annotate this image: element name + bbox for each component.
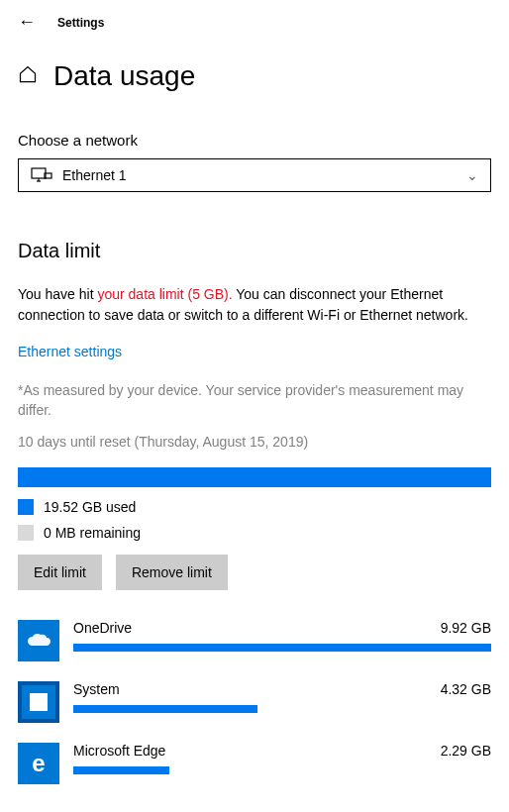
app-row-system: System 4.32 GB — [18, 681, 491, 723]
app-size: 4.32 GB — [441, 681, 491, 697]
ethernet-settings-link[interactable]: Ethernet settings — [18, 344, 122, 359]
legend-remaining: 0 MB remaining — [18, 525, 491, 541]
home-icon[interactable] — [18, 64, 38, 89]
legend-used-text: 19.52 GB used — [44, 499, 136, 515]
app-size: 2.29 GB — [441, 743, 491, 759]
network-dropdown[interactable]: Ethernet 1 ⌄ — [18, 158, 491, 192]
reset-text: 10 days until reset (Thursday, August 15… — [18, 434, 491, 450]
onedrive-icon — [18, 620, 59, 661]
title-row: Data usage — [18, 60, 491, 92]
legend-remaining-swatch — [18, 525, 34, 541]
app-row-onedrive: OneDrive 9.92 GB — [18, 620, 491, 661]
svg-rect-0 — [32, 168, 46, 178]
measured-note: *As measured by your device. Your servic… — [18, 381, 491, 420]
app-name: Microsoft Edge — [73, 743, 165, 759]
app-row-edge: e Microsoft Edge 2.29 GB — [18, 743, 491, 784]
choose-network-label: Choose a network — [18, 132, 491, 149]
app-usage-bar — [73, 644, 491, 652]
chevron-down-icon: ⌄ — [466, 167, 478, 183]
page-title: Data usage — [53, 60, 195, 92]
back-icon[interactable]: ← — [18, 12, 36, 33]
top-bar: ← Settings — [18, 12, 491, 33]
data-limit-heading: Data limit — [18, 240, 491, 262]
warn-limit: your data limit (5 GB). — [97, 286, 232, 302]
limit-buttons: Edit limit Remove limit — [18, 555, 491, 590]
remove-limit-button[interactable]: Remove limit — [116, 555, 228, 590]
settings-label: Settings — [57, 16, 104, 30]
warn-prefix: You have hit — [18, 286, 97, 302]
app-name: System — [73, 681, 120, 697]
edge-icon: e — [18, 743, 59, 784]
legend-remaining-text: 0 MB remaining — [44, 525, 141, 541]
app-name: OneDrive — [73, 620, 132, 636]
system-icon — [18, 681, 59, 723]
app-size: 9.92 GB — [441, 620, 491, 636]
network-selected: Ethernet 1 — [62, 167, 127, 183]
legend-used-swatch — [18, 499, 34, 515]
edit-limit-button[interactable]: Edit limit — [18, 555, 102, 590]
app-usage-bar — [73, 766, 491, 774]
data-limit-warning: You have hit your data limit (5 GB). You… — [18, 284, 491, 326]
legend-used: 19.52 GB used — [18, 499, 491, 515]
app-usage-bar — [73, 705, 491, 713]
ethernet-icon — [31, 167, 51, 183]
usage-bar — [18, 467, 491, 487]
